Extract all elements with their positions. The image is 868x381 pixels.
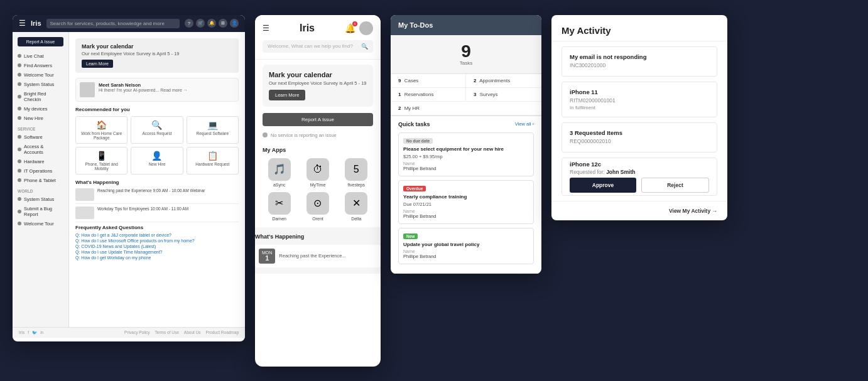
stat-surveys[interactable]: 3 Surveys	[466, 88, 541, 102]
rec-label-3: Request Software	[189, 131, 236, 136]
sidebar-item-livechat[interactable]: Live Chat	[13, 51, 68, 61]
rec-item-2[interactable]: 🔍 Access Request	[131, 116, 183, 144]
sidebar-dot	[18, 169, 21, 173]
app-item-damen[interactable]: ✂ Damen	[263, 192, 296, 221]
sidebar-item-bugreport[interactable]: Submit a Bug Report	[13, 204, 68, 219]
mobile-banner: Mark your calendar Our next Employee Voi…	[263, 65, 373, 107]
sidebar-dot	[18, 107, 21, 110]
profile-avatar	[80, 82, 95, 97]
task-card-1[interactable]: No due date Please select equipment for …	[398, 132, 534, 176]
app-item-orent[interactable]: ⊙ Orent	[301, 192, 334, 221]
mobile-bell-icon[interactable]: 🔔 4	[345, 23, 355, 33]
desktop-search[interactable]: Search for services, products, knowledge…	[46, 19, 180, 28]
view-all-link[interactable]: View all ›	[515, 121, 534, 127]
app-item-delta[interactable]: ✕ Delta	[340, 192, 373, 221]
rec-item-4[interactable]: 📱 Phone, Tablet and Mobility	[75, 147, 127, 174]
icon-grid[interactable]: ⊞	[219, 19, 227, 28]
footer-terms[interactable]: Terms of Use	[155, 330, 179, 335]
faq-item-4[interactable]: Q: How do I use Update Time Management?	[75, 250, 239, 254]
sidebar-item-access[interactable]: Access & Accounts	[13, 142, 68, 157]
sidebar-item-welcometour2[interactable]: Welcome Tour	[13, 219, 68, 228]
activity-item-2-sub: RITM02000001001	[570, 97, 709, 104]
mobile-learn-more-button[interactable]: Learn More	[269, 90, 305, 100]
footer-roadmap[interactable]: Product Roadmap	[206, 330, 239, 335]
profile-card: Meet Sarah Nelson Hi there! I'm your AI-…	[75, 78, 239, 102]
hamburger-icon[interactable]: ☰	[19, 19, 26, 28]
app-icon-fivesteps: 5	[345, 158, 367, 181]
view-all-arrow: ›	[533, 121, 534, 127]
social-in[interactable]: in	[40, 330, 43, 335]
app-item-fivesteps[interactable]: 5 fivesteps	[340, 158, 373, 187]
activity-item-1-title: My email is not responding	[570, 53, 709, 60]
mobile-logo: Iris	[300, 23, 315, 34]
activity-item-2[interactable]: iPhone 11 RITM02000001001 In fulfilment	[561, 82, 717, 117]
desktop-learn-more-button[interactable]: Learn More	[82, 60, 113, 68]
footer-privacy[interactable]: Privacy Policy	[124, 330, 149, 335]
mobile-search-icon[interactable]: 🔍	[361, 43, 368, 50]
faq-item-3[interactable]: Q: COVID-19 News and Updates (Latest)	[75, 244, 239, 249]
activity-item-3[interactable]: 3 Requested Items REQ0000002010	[561, 122, 717, 153]
faq-item-1[interactable]: Q: How do I get a J&J corporate tablet o…	[75, 233, 239, 237]
icon-help[interactable]: ?	[185, 19, 193, 28]
social-f[interactable]: f	[28, 330, 29, 335]
stat-myhr[interactable]: 2 My HR	[391, 102, 466, 115]
rec-label-2: Access Request	[133, 131, 180, 136]
sidebar-item-hardware[interactable]: Hardware	[13, 157, 68, 166]
todos-header: My To-Dos	[391, 15, 541, 35]
activity-item-1[interactable]: My email is not responding INC300201000	[561, 46, 717, 77]
mobile-avatar[interactable]	[359, 21, 373, 35]
activity-header: My Activity	[551, 15, 727, 41]
sidebar-item-welcometour[interactable]: Welcome Tour	[13, 70, 68, 80]
task-card-3[interactable]: New Update your global travel policy Nam…	[398, 228, 534, 264]
task-meta-3: Name	[403, 249, 529, 254]
mobile-wh-card[interactable]: MON 1 Reaching past the Experience...	[255, 245, 381, 267]
mobile-search-bar[interactable]: Welcome, What can we help you find? 🔍	[263, 40, 373, 53]
panel-mobile: ☰ Iris 🔔 4 Welcome, What can we help you…	[255, 15, 381, 367]
footer-logo-sm: Iris	[19, 330, 24, 335]
rec-item-3[interactable]: 💻 Request Software	[187, 116, 239, 144]
approval-title: iPhone 12c	[570, 161, 709, 168]
sidebar-item-newhire[interactable]: New Hire	[13, 114, 68, 123]
social-t[interactable]: 🐦	[32, 330, 37, 335]
reject-button[interactable]: Reject	[641, 178, 709, 193]
app-icon-delta: ✕	[345, 192, 367, 215]
desktop-banner-title: Mark your calendar	[82, 43, 232, 50]
icon-user[interactable]: 👤	[230, 19, 239, 28]
stat-appointments[interactable]: 2 Appointments	[466, 74, 541, 88]
approve-button[interactable]: Approve	[570, 178, 636, 193]
sidebar-item-systemstatus[interactable]: System Status	[13, 80, 68, 89]
mobile-report-issue-button[interactable]: Report A Issue	[263, 113, 373, 126]
stat-cases[interactable]: 9 Cases	[391, 74, 466, 88]
activity-list: My email is not responding INC300201000 …	[551, 46, 727, 196]
sidebar-item-mydevices[interactable]: My devices	[13, 104, 68, 114]
sidebar-item-systemstatus2[interactable]: System Status	[13, 195, 68, 204]
task-card-2[interactable]: Overdue Yearly compliance training Due 0…	[398, 180, 534, 224]
activity-item-1-sub: INC300201000	[570, 62, 709, 68]
mobile-hamburger-icon[interactable]: ☰	[263, 24, 269, 33]
wh-thumb-2	[75, 207, 94, 219]
rec-item-1[interactable]: 🏠 Work from Home Care Package	[75, 116, 127, 144]
panel-activity: My Activity My email is not responding I…	[551, 15, 727, 220]
report-issue-button[interactable]: Report A Issue	[18, 37, 63, 46]
rec-item-5[interactable]: 👤 New Hire	[131, 147, 183, 174]
rec-item-6[interactable]: 📋 Hardware Request	[187, 147, 239, 174]
sidebar-item-brightred[interactable]: Bright Red CheckIn	[13, 89, 68, 104]
app-item-async[interactable]: 🎵 aSync	[263, 158, 296, 187]
app-label-async: aSync	[273, 183, 285, 187]
faq-item-5[interactable]: Q: How do I get Workday on my phone	[75, 255, 239, 260]
mobile-whats-happening: What's Happening MON 1 Reaching past the…	[255, 227, 381, 274]
icon-bell[interactable]: 🔔	[207, 19, 216, 28]
task-name-2: Phillipe Betrand	[403, 213, 529, 219]
sidebar-item-phone[interactable]: Phone & Tablet	[13, 176, 68, 185]
footer-about[interactable]: About Us	[184, 330, 201, 335]
stat-reservations[interactable]: 1 Reservations	[391, 88, 466, 102]
app-item-mytime[interactable]: ⏱ MyTime	[301, 158, 334, 187]
sidebar-item-findanswers[interactable]: Find Answers	[13, 61, 68, 70]
task-meta-2: Name	[403, 209, 529, 213]
sidebar-item-itops[interactable]: IT Operations	[13, 166, 68, 176]
sidebar-dot	[18, 95, 21, 99]
icon-cart[interactable]: 🛒	[196, 19, 205, 28]
view-my-activity-link[interactable]: View My Activity →	[669, 208, 717, 214]
faq-item-2[interactable]: Q: How do I use Microsoft Office product…	[75, 239, 239, 243]
sidebar-item-software[interactable]: Software	[13, 132, 68, 142]
